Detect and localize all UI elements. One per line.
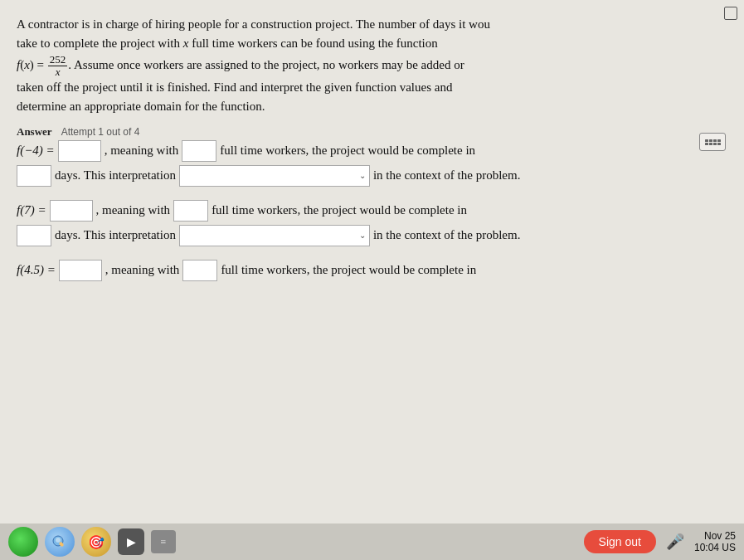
f-neg4-context: in the context of the problem. xyxy=(373,168,520,183)
dark-icon-symbol: ▶ xyxy=(127,535,136,549)
key-dot xyxy=(717,143,721,145)
f45-suffix: full time workers, the project would be … xyxy=(221,263,476,277)
problem-line1: A contractor is in charge of hiring peop… xyxy=(17,17,490,31)
key-dot xyxy=(717,139,721,142)
main-content: A contractor is in charge of hiring peop… xyxy=(0,0,744,560)
key-dot xyxy=(705,143,708,145)
taskbar: 🎯 ▶ ≡ Sign out 🎤 Nov 25 10:04 US xyxy=(0,523,744,560)
qa-line1-f45: f(4.5) = , meaning with full time worker… xyxy=(17,260,727,281)
gold-icon-symbol: 🎯 xyxy=(88,534,105,550)
f-neg4-days-input[interactable] xyxy=(17,165,51,187)
attempt-label: Attempt 1 out of 4 xyxy=(61,126,140,138)
finder-icon[interactable] xyxy=(45,527,75,557)
answer-label-row: Answer Attempt 1 out of 4 xyxy=(17,125,727,139)
mic-icon[interactable]: 🎤 xyxy=(666,533,684,551)
dark-app-icon[interactable]: ▶ xyxy=(118,528,144,555)
problem-line4: taken off the project until it is finish… xyxy=(17,80,452,94)
gray-app-icon[interactable]: ≡ xyxy=(151,530,176,553)
problem-line2b: full time workers can be found using the… xyxy=(188,37,437,50)
answer-section: Answer Attempt 1 out of 4 f(−4) = , mean… xyxy=(17,125,727,281)
f7-context: in the context of the problem. xyxy=(373,228,520,242)
qa-line2-f7: days. This interpretation ⌄ in the conte… xyxy=(17,225,727,246)
taskbar-right: Sign out 🎤 Nov 25 10:04 US xyxy=(584,530,736,553)
qa-row-f45: f(4.5) = , meaning with full time worker… xyxy=(17,260,727,281)
problem-text: A contractor is in charge of hiring peop… xyxy=(17,15,727,117)
keyboard-icon-inner xyxy=(705,139,721,145)
f7-label: f(7) = xyxy=(17,203,46,217)
svg-point-1 xyxy=(56,538,61,543)
qa-row-f-neg4: f(−4) = , meaning with full time workers… xyxy=(17,140,727,187)
qa-line2-f-neg4: days. This interpretation ⌄ in the conte… xyxy=(17,165,727,187)
apple-icon[interactable] xyxy=(8,527,38,557)
f7-dropdown-arrow: ⌄ xyxy=(359,231,366,240)
f45-workers-input[interactable] xyxy=(182,260,217,281)
qa-row-f7: f(7) = , meaning with full time workers,… xyxy=(17,200,727,246)
f45-value-input[interactable] xyxy=(59,260,102,281)
qa-line1-f7: f(7) = , meaning with full time workers,… xyxy=(17,200,727,222)
f-neg4-label: f(−4) = xyxy=(17,144,55,158)
f-neg4-value-input[interactable] xyxy=(58,140,101,162)
sign-out-button[interactable]: Sign out xyxy=(584,530,656,553)
meaning-with-3: , meaning with xyxy=(105,263,180,277)
key-dot xyxy=(709,139,712,142)
f7-dropdown[interactable]: ⌄ xyxy=(179,225,370,246)
time-display: 10:04 US xyxy=(694,542,736,553)
f7-days-input[interactable] xyxy=(17,225,51,246)
key-dot xyxy=(705,139,708,142)
f-neg4-dropdown-arrow: ⌄ xyxy=(359,171,366,180)
finder-svg xyxy=(51,533,68,550)
problem-line3-post: . Assume once workers are assigned to th… xyxy=(68,58,464,71)
f7-suffix: full time workers, the project would be … xyxy=(212,203,467,217)
f7-days-label: days. This interpretation xyxy=(55,228,176,242)
meaning-with-1: , meaning with xyxy=(105,144,179,158)
corner-icon xyxy=(724,7,737,20)
f7-workers-input[interactable] xyxy=(173,200,208,222)
f-neg4-dropdown[interactable]: ⌄ xyxy=(179,165,370,187)
key-dot xyxy=(713,143,717,145)
problem-line2a: take to complete the project with xyxy=(17,37,183,50)
f7-value-input[interactable] xyxy=(50,200,93,222)
gray-icon-symbol: ≡ xyxy=(161,536,167,548)
answer-label-text: Answer xyxy=(17,125,51,138)
meaning-with-2: , meaning with xyxy=(96,203,171,217)
f-neg4-suffix: full time workers, the project would be … xyxy=(220,144,475,158)
qa-line1-f-neg4: f(−4) = , meaning with full time workers… xyxy=(17,140,727,162)
gold-app-icon[interactable]: 🎯 xyxy=(81,527,111,557)
date-display: Nov 25 xyxy=(694,530,736,542)
key-dot xyxy=(713,139,717,142)
date-time-display: Nov 25 10:04 US xyxy=(694,530,736,553)
f-neg4-workers-input[interactable] xyxy=(182,140,216,162)
problem-line5: determine an appropriate domain for the … xyxy=(17,100,265,113)
f-neg4-days-label: days. This interpretation xyxy=(55,168,176,183)
key-dot xyxy=(709,143,712,145)
keyboard-icon[interactable] xyxy=(699,133,726,151)
fraction-252-x: 252x xyxy=(48,54,68,79)
f45-label: f(4.5) = xyxy=(17,263,56,277)
